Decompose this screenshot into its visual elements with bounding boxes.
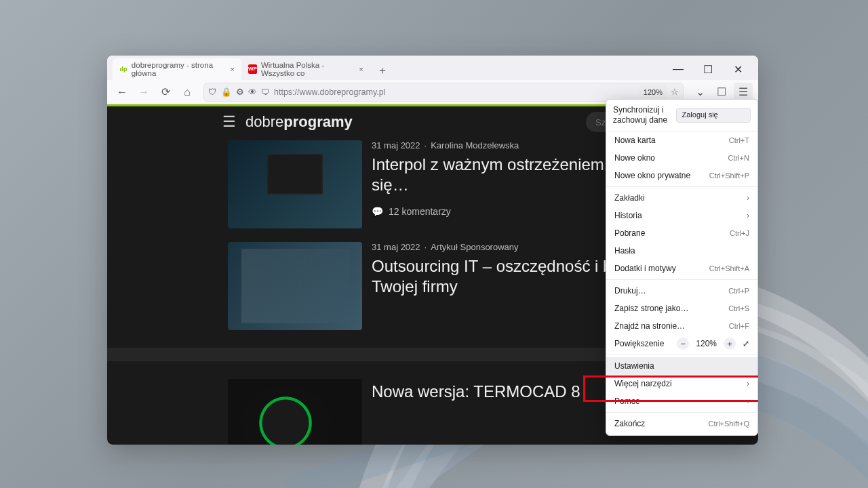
close-icon[interactable]: × [359,65,363,73]
zoom-indicator[interactable]: 120% [639,85,667,100]
article-title: Nowa wersja: TERMOCAD 8 [372,382,580,402]
tab-1-title: dobreprogramy - strona główna [132,61,223,77]
comment-icon: 💬 [372,206,383,217]
fullscreen-icon[interactable]: ⤢ [743,339,749,348]
url-text: https://www.dobreprogramy.pl [274,87,385,97]
zoom-out-button[interactable]: − [677,338,689,350]
home-button[interactable]: ⌂ [178,83,197,102]
article-thumb [228,140,362,228]
article-thumb [228,242,362,330]
tab-2-title: Wirtualna Polska - Wszystko co [261,61,352,77]
article-thumb [228,379,362,445]
menu-item[interactable]: Więcej narzędzi› [606,375,757,392]
close-window-button[interactable]: ✕ [723,58,753,80]
reader-icon[interactable]: 🗨 [261,87,270,97]
new-tab-button[interactable]: ＋ [373,61,392,80]
menu-item[interactable]: Hasła [606,242,757,260]
minimize-button[interactable]: — [663,58,693,80]
tab-2[interactable]: WP Wirtualna Polska - Wszystko co × [241,58,370,80]
window-controls: — ☐ ✕ [663,58,753,80]
forward-button[interactable]: → [134,83,153,102]
site-logo[interactable]: dobreprogramy [245,113,353,131]
app-menu: Synchronizuj i zachowuj dane Zaloguj się… [606,99,758,436]
menu-item[interactable]: Nowa kartaCtrl+T [606,131,757,149]
bookmark-star-icon[interactable]: ☆ [671,87,679,97]
menu-item[interactable]: Pomoc› [606,392,757,410]
menu-item[interactable]: Ustawienia [606,357,757,375]
menu-item[interactable]: Zakładki› [606,189,757,207]
close-icon[interactable]: × [230,65,235,73]
menu-sync-row[interactable]: Synchronizuj i zachowuj dane Zaloguj się [606,100,757,131]
tab-1[interactable]: dp dobreprogramy - strona główna × [113,58,241,80]
permissions-icon[interactable]: ⚙ [236,87,244,97]
site-menu-icon[interactable]: ☰ [222,113,236,131]
lock-icon[interactable]: 🔒 [221,87,232,97]
login-button[interactable]: Zaloguj się [676,108,751,123]
browser-window: dp dobreprogramy - strona główna × WP Wi… [107,56,758,445]
menu-item[interactable]: ZakończCtrl+Shift+Q [606,415,757,432]
shield-icon[interactable]: 🛡 [208,87,217,97]
back-button[interactable]: ← [113,83,132,102]
reload-button[interactable]: ⟳ [156,83,175,102]
favicon-wp: WP [248,64,257,74]
menu-item[interactable]: PobraneCtrl+J [606,224,757,242]
menu-item[interactable]: Drukuj…Ctrl+P [606,282,757,300]
zoom-in-button[interactable]: + [724,338,736,350]
favicon-dp: dp [119,64,127,74]
maximize-button[interactable]: ☐ [693,58,723,80]
menu-item[interactable]: Historia› [606,207,757,224]
menu-item[interactable]: Zapisz stronę jako…Ctrl+S [606,300,757,317]
menu-item[interactable]: Znajdź na stronie…Ctrl+F [606,317,757,335]
menu-item[interactable]: Nowe okno prywatneCtrl+Shift+P [606,167,757,184]
menu-item[interactable]: Dodatki i motywyCtrl+Shift+A [606,260,757,277]
menu-item[interactable]: Powiększenie−120%+⤢ [606,335,757,352]
tracking-icon[interactable]: 👁 [248,87,257,97]
tab-strip: dp dobreprogramy - strona główna × WP Wi… [107,56,758,80]
menu-item[interactable]: Nowe oknoCtrl+N [606,149,757,167]
